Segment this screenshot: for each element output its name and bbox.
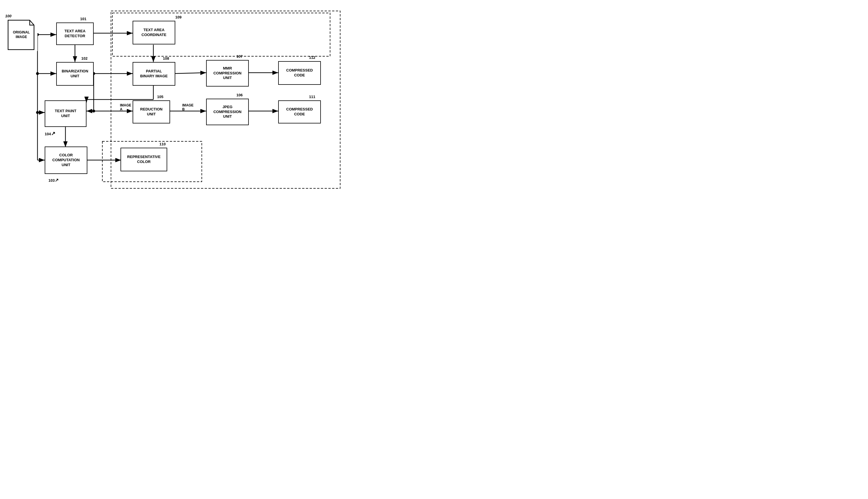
svg-point-11 <box>36 72 39 75</box>
label-111: 111 <box>309 95 315 99</box>
text-paint-unit-box: TEXT PAINTUNIT <box>45 100 86 127</box>
color-computation-unit-label: COLORCOMPUTATIONUNIT <box>52 153 80 168</box>
label-108: 108 <box>163 56 169 61</box>
text-paint-unit-label: TEXT PAINTUNIT <box>55 109 76 119</box>
binarization-unit-box: BINARIZATIONUNIT <box>56 62 94 86</box>
partial-binary-image-label: PARTIALBINARY IMAGE <box>140 69 168 79</box>
svg-line-23 <box>174 73 206 74</box>
label-106: 106 <box>236 93 243 97</box>
jpeg-compression-unit-label: JPEGCOMPRESSIONUNIT <box>213 105 241 119</box>
image-a-label: IMAGEA <box>120 103 131 111</box>
label-104: 104↗ <box>45 130 55 137</box>
compressed-code-111-label: COMPRESSEDCODE <box>286 107 313 117</box>
label-102: 102 <box>81 56 88 61</box>
svg-point-13 <box>36 111 39 114</box>
svg-point-20 <box>92 110 95 112</box>
diagram: ORIGINAL IMAGE 100 TEXT AREADETECTOR 101… <box>0 0 346 199</box>
compressed-code-111-box: COMPRESSEDCODE <box>278 100 321 123</box>
label-110: 110 <box>159 142 166 146</box>
original-image-box: ORIGINAL IMAGE <box>5 19 37 51</box>
label-101: 101 <box>80 17 86 21</box>
reduction-unit-label: REDUCTIONUNIT <box>140 107 162 117</box>
mmr-compression-unit-label: MMRCOMPRESSIONUNIT <box>213 66 241 81</box>
label-112: 112 <box>309 56 315 60</box>
label-105: 105 <box>157 95 163 99</box>
partial-binary-image-box: PARTIALBINARY IMAGE <box>133 62 175 86</box>
mmr-compression-unit-box: MMRCOMPRESSIONUNIT <box>206 60 249 86</box>
color-computation-unit-box: COLORCOMPUTATIONUNIT <box>45 147 87 174</box>
text-area-detector-label: TEXT AREADETECTOR <box>64 29 85 39</box>
text-area-coordinate-box: TEXT AREACOORDINATE <box>133 21 175 45</box>
label-107: 107 <box>236 54 243 59</box>
jpeg-compression-unit-box: JPEGCOMPRESSIONUNIT <box>206 99 249 125</box>
label-100: 100 <box>5 14 12 18</box>
label-109: 109 <box>175 15 182 19</box>
text-area-coordinate-label: TEXT AREACOORDINATE <box>141 28 166 37</box>
image-b-label: IMAGEB <box>182 103 194 111</box>
text-area-detector-box: TEXT AREADETECTOR <box>56 23 94 45</box>
compressed-code-112-label: COMPRESSEDCODE <box>286 68 313 78</box>
original-image-label: ORIGINAL IMAGE <box>13 30 30 39</box>
compressed-code-112-box: COMPRESSEDCODE <box>278 61 321 85</box>
binarization-unit-label: BINARIZATIONUNIT <box>62 69 88 79</box>
label-103: 103↗ <box>48 178 59 183</box>
representative-color-label: REPRESENTATIVECOLOR <box>127 155 161 165</box>
representative-color-box: REPRESENTATIVECOLOR <box>121 148 167 171</box>
reduction-unit-box: REDUCTIONUNIT <box>133 100 170 123</box>
